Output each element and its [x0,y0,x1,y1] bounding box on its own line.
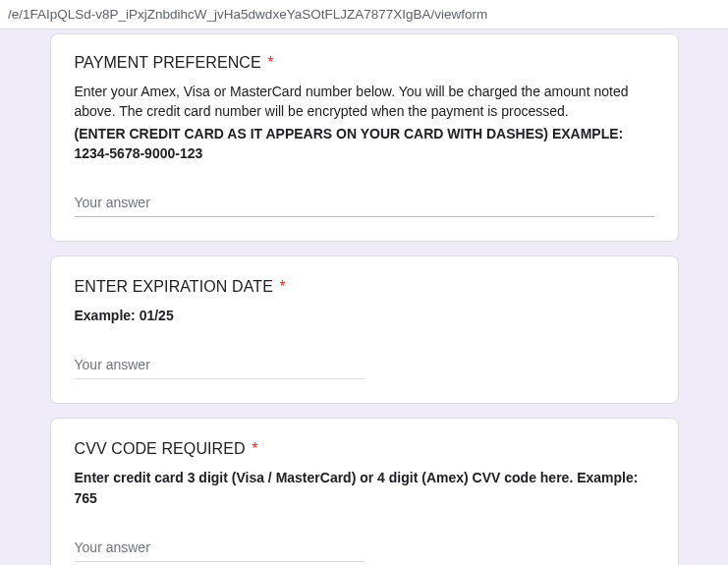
question-desc-expiration: Example: 01/25 [75,306,654,325]
question-title-payment: PAYMENT PREFERENCE * [75,54,654,72]
url-bar: /e/1FAIpQLSd-v8P_iPxjZnbdihcW_jvHa5dwdxe… [0,0,728,29]
answer-wrap-cvv [75,536,364,562]
expiration-input[interactable] [75,353,364,379]
question-title-text: CVV CODE REQUIRED [75,440,246,457]
question-desc-cvv: Enter credit card 3 digit (Visa / Master… [75,468,654,508]
question-card-cvv: CVV CODE REQUIRED * Enter credit card 3 … [50,418,679,565]
question-title-text: PAYMENT PREFERENCE [75,54,261,71]
question-title-text: ENTER EXPIRATION DATE [75,278,273,295]
question-title-cvv: CVV CODE REQUIRED * [75,440,654,458]
form-background: PAYMENT PREFERENCE * Enter your Amex, Vi… [0,29,728,565]
question-title-expiration: ENTER EXPIRATION DATE * [75,278,654,296]
question-desc-payment-line2: (ENTER CREDIT CARD AS IT APPEARS ON YOUR… [75,124,654,164]
answer-wrap-payment [75,191,654,217]
url-text: /e/1FAIpQLSd-v8P_iPxjZnbdihcW_jvHa5dwdxe… [8,7,487,22]
required-asterisk: * [250,440,257,457]
question-desc-payment-line1: Enter your Amex, Visa or MasterCard numb… [75,82,654,122]
answer-wrap-expiration [75,353,364,379]
payment-input[interactable] [75,191,654,217]
question-card-payment: PAYMENT PREFERENCE * Enter your Amex, Vi… [50,33,679,242]
question-card-expiration: ENTER EXPIRATION DATE * Example: 01/25 [50,255,679,404]
required-asterisk: * [277,278,285,295]
form-container: PAYMENT PREFERENCE * Enter your Amex, Vi… [50,33,679,565]
cvv-input[interactable] [75,536,364,562]
required-asterisk: * [265,54,273,71]
